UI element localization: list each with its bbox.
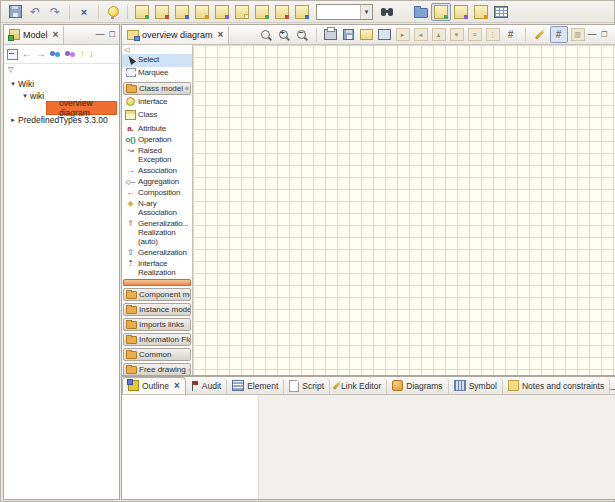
palette-tool-raised-exception[interactable]: ↝ Raised Exception xyxy=(122,145,192,165)
tab-model[interactable]: Model × xyxy=(4,25,64,44)
tab-element[interactable]: Element xyxy=(227,378,284,394)
view-menu-icon[interactable]: ▽ xyxy=(8,66,13,74)
search-combo[interactable]: ▾ xyxy=(316,4,373,20)
create-element-icon-5[interactable] xyxy=(212,3,232,21)
pencil-icon[interactable] xyxy=(532,27,548,42)
palette-section-component-model[interactable]: Component mo... xyxy=(123,288,191,301)
tab-diagrams[interactable]: Diagrams xyxy=(387,378,448,394)
outline-canvas[interactable] xyxy=(122,395,259,499)
palette-item-partial[interactable] xyxy=(123,279,191,286)
forward-icon[interactable]: → xyxy=(36,49,46,59)
tab-notes-and-constraints[interactable]: Notes and constraints xyxy=(503,378,610,394)
create-element-icon-7[interactable] xyxy=(252,3,272,21)
close-icon[interactable]: × xyxy=(53,29,59,40)
create-element-icon-3[interactable] xyxy=(172,3,192,21)
diagram-canvas[interactable] xyxy=(193,45,615,375)
palette-tool-generalization[interactable]: ⇧ Generalization xyxy=(122,247,192,258)
move-up-icon[interactable]: ↑ xyxy=(80,49,85,59)
tab-audit[interactable]: Audit xyxy=(186,378,227,394)
snap-grid-icon[interactable]: # xyxy=(550,26,568,43)
dim-tool-icon-4[interactable]: ▾ xyxy=(449,27,465,42)
create-element-icon-8[interactable] xyxy=(272,3,292,21)
palette-section-common[interactable]: Common xyxy=(123,348,191,361)
expander-expanded-icon[interactable]: ▾ xyxy=(20,92,30,100)
redo-icon[interactable]: ↷ xyxy=(45,3,65,21)
palette-section-imports-links[interactable]: Imports links xyxy=(123,318,191,331)
align-top-icon[interactable]: ⋮ xyxy=(485,27,501,42)
link-with-model-icon[interactable] xyxy=(431,3,451,21)
tab-link-editor[interactable]: Link Editor xyxy=(330,378,387,394)
minimize-icon[interactable]: — xyxy=(588,30,597,39)
back-icon[interactable]: ← xyxy=(22,49,32,59)
close-icon[interactable]: × xyxy=(174,380,180,391)
palette-tool-class[interactable]: Class xyxy=(122,109,192,123)
move-down-icon[interactable]: ↓ xyxy=(89,49,94,59)
maximize-icon[interactable]: □ xyxy=(602,30,607,39)
dim-tool-icon-1[interactable]: ▸ xyxy=(395,27,411,42)
zoom-original-icon[interactable] xyxy=(258,27,274,42)
fit-view-icon[interactable] xyxy=(377,27,393,42)
palette-tool-interface[interactable]: Interface xyxy=(122,96,192,109)
expander-expanded-icon[interactable]: ▾ xyxy=(8,80,18,88)
palette-section-information-flow[interactable]: Information Flo... xyxy=(123,333,191,346)
minimize-icon[interactable]: — xyxy=(610,385,615,394)
palette-tool-select[interactable]: Select xyxy=(122,54,192,67)
open-folder-icon[interactable] xyxy=(411,3,431,21)
zoom-out-icon[interactable] xyxy=(294,27,310,42)
package-icon[interactable] xyxy=(359,27,375,42)
collapse-all-icon[interactable] xyxy=(7,49,18,60)
maximize-icon[interactable]: □ xyxy=(110,30,115,39)
tab-outline[interactable]: Outline × xyxy=(122,377,186,394)
tab-overview-diagram[interactable]: overview diagram × xyxy=(122,25,229,44)
pin-icon[interactable]: ∘ xyxy=(188,366,191,374)
sync-icon[interactable] xyxy=(451,3,471,21)
create-element-icon-2[interactable] xyxy=(152,3,172,21)
palette-tool-generalization-auto[interactable]: ⇑ Generalizatio... Realization (auto) xyxy=(122,218,192,247)
save-image-icon[interactable] xyxy=(341,27,357,42)
minimize-icon[interactable]: — xyxy=(96,30,105,39)
palette-section-free-drawing[interactable]: Free drawing ∘ xyxy=(123,363,191,375)
delete-icon[interactable]: × xyxy=(74,3,94,21)
grid-icon[interactable]: # xyxy=(503,27,519,42)
zoom-in-icon[interactable] xyxy=(276,27,292,42)
binoculars-icon[interactable] xyxy=(377,3,397,21)
palette-section-class-model[interactable]: Class model « xyxy=(123,82,191,95)
palette-tool-interface-realization[interactable]: ⇡ Interface Realization xyxy=(122,258,192,278)
columns-icon[interactable]: ▥ xyxy=(570,27,586,42)
palette-tool-composition[interactable]: ← Composition xyxy=(122,187,192,198)
create-element-icon-1[interactable] xyxy=(132,3,152,21)
create-element-icon-6[interactable] xyxy=(232,3,252,21)
chevron-down-icon[interactable]: ▾ xyxy=(360,5,372,19)
tab-script[interactable]: Script xyxy=(284,378,330,394)
interface-icon xyxy=(125,97,136,108)
outline-view-content xyxy=(122,395,615,499)
table-view-icon[interactable] xyxy=(491,3,511,21)
palette-tool-marquee[interactable]: Marquee xyxy=(122,67,192,80)
palette-section-instance-model[interactable]: Instance model xyxy=(123,303,191,316)
close-icon[interactable]: × xyxy=(218,29,224,40)
tab-symbol[interactable]: Symbol xyxy=(449,378,503,394)
undo-icon[interactable]: ↶ xyxy=(25,3,45,21)
lightbulb-icon[interactable] xyxy=(103,3,123,21)
tree-item-wiki-project[interactable]: ▾ Wiki xyxy=(4,78,119,90)
create-element-icon-9[interactable] xyxy=(292,3,312,21)
tree-item-predefinedtypes[interactable]: ▸ PredefinedTypes 3.3.00 xyxy=(4,114,119,126)
save-icon[interactable] xyxy=(5,3,25,21)
palette-tool-association[interactable]: → Association xyxy=(122,165,192,176)
print-icon[interactable] xyxy=(323,27,339,42)
palette-collapse-icon[interactable]: ◁ xyxy=(122,46,192,54)
pin-icon[interactable]: « xyxy=(185,85,189,92)
dim-tool-icon-2[interactable]: ◂ xyxy=(413,27,429,42)
related-links-icon[interactable] xyxy=(50,50,61,58)
palette-tool-operation[interactable]: o() Operation xyxy=(122,134,192,145)
trace-links-icon[interactable] xyxy=(65,50,76,58)
palette-tool-nary-association[interactable]: ◈ N-ary Association xyxy=(122,198,192,218)
palette-tool-attribute[interactable]: a. Attribute xyxy=(122,123,192,134)
palette-tool-aggregation[interactable]: ◇– Aggregation xyxy=(122,176,192,187)
expander-collapsed-icon[interactable]: ▸ xyxy=(8,116,18,124)
tree-item-overview-diagram[interactable]: overview diagram xyxy=(4,102,119,114)
dim-tool-icon-3[interactable]: ▴ xyxy=(431,27,447,42)
filter-icon[interactable] xyxy=(471,3,491,21)
create-element-icon-4[interactable] xyxy=(192,3,212,21)
align-left-icon[interactable]: ≡ xyxy=(467,27,483,42)
